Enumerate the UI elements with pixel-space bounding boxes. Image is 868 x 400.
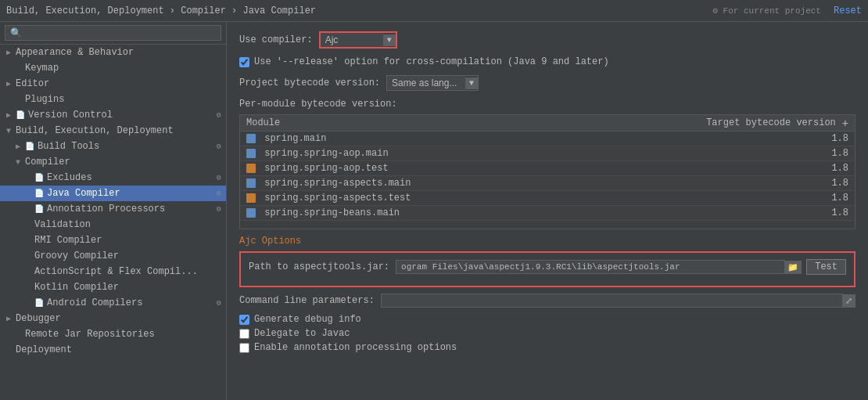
sidebar-item-debugger[interactable]: ▶ Debugger [0, 311, 226, 326]
sidebar-arrow-rmi-compiler [25, 236, 34, 245]
sidebar-label-plugins: Plugins [25, 94, 64, 105]
sidebar-item-validation[interactable]: Validation [0, 217, 226, 232]
version-cell: 1.8 [767, 161, 855, 176]
sidebar-label-excludes: Excludes [47, 172, 92, 183]
sidebar-arrow-kotlin-compiler [25, 283, 34, 292]
project-bytecode-row: Project bytecode version: Same as lang..… [239, 75, 855, 91]
sidebar-label-keymap: Keymap [25, 63, 59, 74]
module-cell: spring.spring-aspects.main [240, 176, 767, 191]
sidebar-arrow-build-tools: ▶ [16, 142, 25, 151]
path-label: Path to aspectjtools.jar: [249, 261, 389, 272]
module-icon [246, 208, 256, 218]
sidebar-arrow-keymap [16, 64, 25, 73]
compiler-select[interactable]: Ajc Javac Eclipse [321, 33, 383, 47]
ajc-options-label: Ajc Options [239, 236, 855, 247]
version-cell: 1.8 [767, 206, 855, 221]
release-checkbox[interactable] [239, 57, 249, 67]
table-row: spring.spring-aop.test 1.8 [240, 161, 855, 176]
sidebar-label-kotlin-compiler: Kotlin Compiler [34, 282, 119, 293]
cmd-input-wrapper: ⤢ [381, 294, 855, 308]
table-row: spring.spring-aop.main 1.8 [240, 146, 855, 161]
sidebar-label-remote-jar: Remote Jar Repositories [25, 329, 155, 340]
sidebar-item-annotation-processors[interactable]: 📄Annotation Processors⚙ [0, 201, 226, 217]
path-row: Path to aspectjtools.jar: 📁 Test [249, 259, 846, 275]
module-table-container: spring.main 1.8 spring.spring-aop.main 1… [239, 131, 855, 229]
sidebar-item-version-control[interactable]: ▶ 📄Version Control⚙ [0, 107, 226, 123]
bytecode-select-wrapper: Same as lang... 1.8 11 ▼ [386, 75, 479, 91]
target-bytecode-col-header: Target bytecode version [706, 117, 836, 128]
annotation-options-label: Enable annotation processing options [254, 342, 457, 353]
sidebar-settings-icon-build-tools: ⚙ [217, 142, 221, 151]
path-browse-button[interactable]: 📁 [784, 261, 802, 274]
sidebar-item-remote-jar[interactable]: Remote Jar Repositories [0, 326, 226, 342]
sidebar-arrow-debugger: ▶ [6, 314, 16, 323]
bytecode-select-arrow[interactable]: ▼ [465, 77, 478, 89]
sidebar-item-compiler[interactable]: ▼ Compiler [0, 154, 226, 170]
sidebar-item-editor[interactable]: ▶ Editor [0, 76, 226, 92]
sidebar-settings-icon-android-compilers: ⚙ [217, 298, 221, 308]
sidebar-label-debugger: Debugger [16, 313, 61, 324]
top-bar: Build, Execution, Deployment › Compiler … [0, 0, 868, 22]
sidebar-label-actionscript: ActionScript & Flex Compil... [34, 266, 198, 277]
module-col-header: Module [246, 117, 280, 128]
path-input[interactable] [396, 260, 785, 274]
search-input[interactable] [5, 25, 221, 41]
use-compiler-label: Use compiler: [239, 34, 313, 45]
sidebar-arrow-validation [25, 221, 34, 229]
reset-link[interactable]: Reset [834, 5, 862, 16]
version-cell: 1.8 [767, 176, 855, 191]
release-label: Use '--release' option for cross-compila… [254, 56, 609, 67]
sidebar-arrow-editor: ▶ [6, 79, 16, 88]
sidebar-arrow-deployment [6, 346, 16, 355]
sidebar-arrow-remote-jar [16, 330, 25, 339]
sidebar-item-deployment[interactable]: Deployment [0, 342, 226, 358]
module-icon [246, 164, 256, 173]
annotation-options-checkbox[interactable] [239, 343, 249, 353]
sidebar-arrow-excludes [25, 174, 34, 182]
release-checkbox-row: Use '--release' option for cross-compila… [239, 56, 855, 67]
sidebar-label-appearance: Appearance & Behavior [16, 47, 134, 58]
table-row: spring.spring-aspects.test 1.8 [240, 191, 855, 206]
sidebar-item-plugins[interactable]: Plugins [0, 92, 226, 107]
sidebar-icon-annotation-processors: 📄 [34, 204, 44, 214]
cmd-expand-icon[interactable]: ⤢ [842, 294, 855, 308]
generate-debug-checkbox[interactable] [239, 315, 249, 325]
sidebar-label-compiler: Compiler [25, 157, 70, 168]
search-bar [0, 22, 226, 45]
sidebar-icon-android-compilers: 📄 [34, 298, 44, 308]
delegate-javac-checkbox[interactable] [239, 329, 249, 339]
sidebar-item-excludes[interactable]: 📄Excludes⚙ [0, 170, 226, 186]
delegate-javac-label: Delegate to Javac [254, 328, 350, 339]
cmd-input[interactable] [381, 294, 843, 308]
sidebar-label-editor: Editor [16, 78, 49, 89]
sidebar-item-android-compilers[interactable]: 📄Android Compilers⚙ [0, 295, 226, 311]
module-cell: spring.main [240, 132, 767, 146]
sidebar-item-build-tools[interactable]: ▶ 📄Build Tools⚙ [0, 139, 226, 154]
sidebar-label-build-tools: Build Tools [38, 141, 99, 152]
module-table: spring.main 1.8 spring.spring-aop.main 1… [240, 132, 855, 221]
sidebar-item-groovy-compiler[interactable]: Groovy Compiler [0, 248, 226, 264]
sidebar-item-appearance[interactable]: ▶ Appearance & Behavior [0, 45, 226, 60]
ajc-options-box: Path to aspectjtools.jar: 📁 Test [239, 251, 855, 287]
bytecode-select[interactable]: Same as lang... 1.8 11 [387, 76, 465, 90]
sidebar-item-keymap[interactable]: Keymap [0, 60, 226, 76]
table-row: spring.main 1.8 [240, 132, 855, 146]
version-cell: 1.8 [767, 146, 855, 161]
add-module-button[interactable]: + [842, 117, 848, 128]
sidebar-settings-icon-java-compiler: ⚙ [217, 189, 221, 198]
sidebar-item-kotlin-compiler[interactable]: Kotlin Compiler [0, 279, 226, 295]
sidebar-icon-excludes: 📄 [34, 173, 44, 182]
test-button[interactable]: Test [806, 259, 846, 275]
sidebar-item-rmi-compiler[interactable]: RMI Compiler [0, 232, 226, 248]
sidebar-arrow-annotation-processors [25, 205, 34, 214]
sidebar-arrow-actionscript [25, 268, 34, 276]
sidebar-item-java-compiler[interactable]: 📄Java Compiler⚙ [0, 186, 226, 201]
sidebar-item-build-exec-deploy[interactable]: ▼ Build, Execution, Deployment [0, 123, 226, 139]
module-icon [246, 178, 256, 188]
sidebar-item-actionscript[interactable]: ActionScript & Flex Compil... [0, 264, 226, 279]
sidebar-arrow-appearance: ▶ [6, 48, 16, 57]
compiler-select-arrow[interactable]: ▼ [383, 34, 396, 46]
table-row: spring.spring-beans.main 1.8 [240, 206, 855, 221]
sidebar-arrow-android-compilers [25, 299, 34, 308]
sidebar-arrow-compiler: ▼ [16, 158, 25, 167]
